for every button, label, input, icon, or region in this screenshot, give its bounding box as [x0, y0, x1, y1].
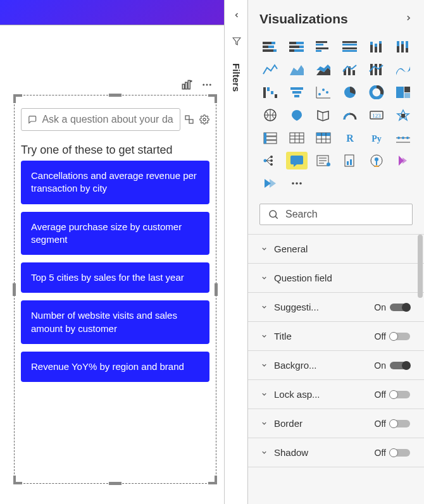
format-section[interactable]: BorderOff: [248, 409, 424, 438]
viz-type-shape-map[interactable]: [313, 106, 334, 124]
format-section[interactable]: Lock asp...Off: [248, 380, 424, 409]
format-section-label: Border: [274, 418, 302, 429]
suggestion-card[interactable]: Cancellations and average revenue per tr…: [21, 161, 209, 204]
gear-icon[interactable]: [199, 114, 209, 125]
format-section[interactable]: Suggesti...On: [248, 293, 424, 322]
viz-type-area[interactable]: [286, 61, 308, 78]
viz-type-table[interactable]: [286, 129, 308, 147]
qa-input[interactable]: [42, 114, 173, 125]
viz-type-powerapps[interactable]: [392, 152, 414, 169]
format-toggle[interactable]: Off: [375, 419, 410, 429]
suggestion-card[interactable]: Number of website visits and sales amoun…: [21, 300, 209, 344]
filters-label[interactable]: Filters: [231, 63, 242, 92]
viz-type-stacked-column[interactable]: [366, 38, 387, 56]
visualizations-title: Visualizations: [259, 11, 348, 27]
qna-visual-frame[interactable]: Try one of these to get started Cancella…: [14, 95, 216, 484]
suggestion-card[interactable]: Average purchase size by customer segmen…: [21, 212, 209, 255]
svg-rect-18: [289, 46, 299, 48]
viz-type-ribbon[interactable]: [392, 61, 414, 78]
viz-type-arcgis[interactable]: [366, 152, 387, 169]
svg-point-5: [209, 84, 211, 86]
collapse-pane-button[interactable]: [404, 13, 413, 25]
drillthrough-icon[interactable]: [181, 79, 192, 90]
format-toggle[interactable]: Off: [375, 390, 410, 400]
viz-type-combo-line-column[interactable]: [339, 61, 361, 78]
viz-type-narrative[interactable]: [313, 152, 334, 169]
viz-type-pie[interactable]: [339, 83, 361, 101]
viz-type-py-visual[interactable]: Py: [366, 129, 387, 147]
visualizations-header: Visualizations: [259, 11, 413, 27]
viz-type-gauge[interactable]: [339, 106, 361, 124]
viz-type-key-influencers[interactable]: [392, 129, 414, 147]
suggestion-card[interactable]: Top 5 cities by sales for the last year: [21, 262, 209, 293]
svg-rect-47: [352, 70, 355, 75]
resize-handle[interactable]: [109, 482, 122, 485]
viz-type-card[interactable]: 123: [366, 106, 387, 124]
svg-rect-66: [404, 87, 410, 92]
viz-type-stacked-column-100[interactable]: [392, 38, 414, 56]
svg-rect-15: [273, 49, 277, 52]
viz-type-filled-map[interactable]: [286, 106, 308, 124]
expand-filters-button[interactable]: [233, 10, 240, 22]
resize-handle[interactable]: [13, 476, 16, 484]
format-section-label: Lock asp...: [274, 389, 320, 400]
format-toggle[interactable]: On: [374, 302, 410, 312]
viz-type-qna[interactable]: [286, 152, 308, 169]
viz-type-more[interactable]: [286, 175, 308, 192]
viz-type-funnel[interactable]: [286, 83, 308, 101]
viz-type-scatter[interactable]: [313, 83, 334, 101]
viz-type-r-visual[interactable]: R: [339, 129, 361, 147]
suggestion-card[interactable]: Revenue YoY% by region and brand: [21, 352, 209, 382]
more-options-icon[interactable]: [201, 79, 213, 90]
format-toggle[interactable]: Off: [375, 448, 410, 458]
format-search-input[interactable]: Search: [259, 204, 413, 225]
viz-type-map[interactable]: [259, 106, 281, 124]
svg-rect-36: [397, 46, 399, 52]
resize-handle[interactable]: [215, 94, 217, 103]
svg-point-4: [206, 84, 208, 86]
format-section[interactable]: ShadowOff: [248, 438, 424, 467]
convert-visual-icon[interactable]: [184, 114, 194, 125]
resize-handle[interactable]: [215, 283, 218, 296]
svg-point-111: [375, 157, 378, 161]
svg-rect-49: [375, 64, 377, 75]
viz-type-stacked-bar-100[interactable]: [286, 38, 308, 56]
resize-handle[interactable]: [13, 94, 16, 103]
viz-type-donut[interactable]: [366, 83, 387, 101]
svg-rect-51: [263, 87, 266, 98]
viz-type-multirow-card[interactable]: [259, 129, 281, 147]
format-section[interactable]: Backgro...On: [248, 351, 424, 380]
viz-type-kpi[interactable]: [392, 106, 414, 124]
viz-type-combo-line-column-100[interactable]: [366, 61, 387, 78]
viz-type-paginated[interactable]: [339, 152, 361, 169]
resize-handle[interactable]: [109, 94, 122, 97]
viz-type-treemap[interactable]: [392, 83, 414, 101]
viz-type-clustered-bar[interactable]: [313, 38, 334, 56]
resize-handle[interactable]: [215, 476, 217, 484]
viz-type-clustered-bar-100[interactable]: [339, 38, 361, 56]
qa-input-container[interactable]: [21, 108, 180, 131]
viz-type-decomposition-tree[interactable]: [259, 152, 281, 169]
svg-rect-31: [370, 42, 373, 45]
viz-type-line[interactable]: [259, 61, 281, 78]
viz-type-waterfall[interactable]: [259, 83, 281, 101]
toggle-state: Off: [375, 448, 386, 458]
scrollbar[interactable]: [418, 235, 423, 298]
format-toggle[interactable]: Off: [375, 331, 410, 341]
svg-point-61: [322, 89, 325, 91]
svg-point-115: [270, 211, 277, 218]
svg-rect-6: [185, 116, 189, 120]
format-section[interactable]: TitleOff: [248, 322, 424, 351]
svg-rect-41: [406, 41, 408, 48]
viz-type-stacked-area[interactable]: [313, 61, 334, 78]
format-section[interactable]: Question field: [248, 264, 424, 293]
viz-type-matrix[interactable]: [313, 129, 334, 147]
svg-rect-13: [268, 46, 274, 48]
viz-type-power-automate[interactable]: [259, 175, 281, 192]
format-section[interactable]: General: [248, 235, 424, 264]
svg-rect-30: [370, 45, 373, 52]
resize-handle[interactable]: [13, 283, 16, 296]
viz-type-stacked-bar[interactable]: [259, 38, 281, 56]
format-toggle[interactable]: On: [374, 360, 410, 371]
svg-rect-23: [316, 44, 323, 46]
